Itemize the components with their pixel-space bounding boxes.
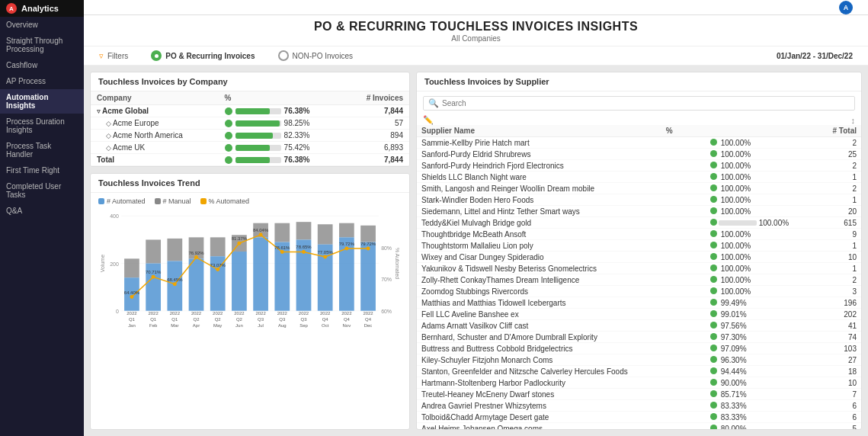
- supplier-scroll[interactable]: Sammie-Kellby Pirie Hatch mart 100.00% 2…: [417, 137, 861, 429]
- svg-rect-13: [189, 258, 204, 310]
- supplier-pct: 94.44%: [706, 366, 823, 377]
- svg-point-40: [237, 242, 241, 245]
- sidebar-item-first-time-right[interactable]: First Time Right: [0, 162, 84, 178]
- svg-point-48: [323, 255, 327, 259]
- svg-text:400: 400: [110, 213, 119, 219]
- supplier-name: Tolboid&Chadd Armytage Desert gate: [417, 412, 706, 423]
- company-pct: 98.25%: [219, 117, 346, 130]
- svg-text:79.72%: 79.72%: [360, 242, 376, 246]
- company-name: ▿Acme Global: [91, 105, 219, 117]
- table-row: ◇Acme North America 82.33% 894: [91, 130, 409, 142]
- table-row: ▿Acme Global 76.38% 7,844: [91, 105, 409, 117]
- supplier-pct: 100.00%: [706, 240, 823, 252]
- list-item: Adams Arnatt Vasilkov Cliff cast 97.56% …: [417, 320, 861, 332]
- po-recurring-filter[interactable]: PO & Recurring Invoices: [151, 50, 255, 61]
- supplier-total: 2: [823, 137, 861, 149]
- company-invoices: 6,893: [345, 142, 409, 154]
- svg-text:Q3: Q3: [279, 317, 286, 322]
- supplier-pct: 96.30%: [706, 354, 823, 366]
- list-item: Shields LLC Blanch Night ware 100.00% 1: [417, 172, 861, 183]
- supplier-total: 27: [823, 354, 861, 366]
- supplier-name: Kiley-Schuyler Fitzjohn Monarch Coms: [417, 354, 706, 366]
- supplier-name: Matthias and Matthias Tidowell Icebergar…: [417, 297, 706, 309]
- sidebar-item-overview[interactable]: Overview: [0, 17, 84, 33]
- supplier-total: 10: [823, 252, 861, 263]
- sidebar-item-q&a[interactable]: Q&A: [0, 203, 84, 219]
- list-item: Teddy&Kiel Mulvagh Bridge gold 100.00% 6…: [417, 217, 861, 229]
- table-row: ◇Acme UK 75.42% 6,893: [91, 142, 409, 154]
- list-item: Matthias and Matthias Tidowell Icebergar…: [417, 297, 861, 309]
- trend-chart-svg: 020040064.40%70.71%68.45%76.92%73.07%81.…: [98, 208, 402, 338]
- svg-text:May: May: [213, 323, 222, 328]
- svg-text:Q1: Q1: [171, 317, 178, 322]
- sidebar-item-process-duration-insights[interactable]: Process Duration Insights: [0, 114, 84, 138]
- sidebar-item-automation-insights[interactable]: Automation Insights: [0, 89, 84, 114]
- supplier-title: Touchless Invoices by Supplier: [417, 72, 861, 91]
- company-pct: 76.38%: [219, 105, 346, 117]
- company-name: Total: [91, 154, 219, 166]
- avatar[interactable]: A: [839, 1, 853, 14]
- svg-rect-17: [232, 252, 247, 311]
- list-item: Buttress and Buttress Cobbold Bridgelect…: [417, 343, 861, 354]
- supplier-pct: 100.00%: [706, 274, 823, 286]
- supplier-total: 74: [823, 332, 861, 343]
- sidebar-item-cashflow[interactable]: Cashflow: [0, 57, 84, 73]
- filters-button[interactable]: ▿ Filters: [99, 51, 128, 61]
- filters-label: Filters: [107, 52, 128, 60]
- non-po-filter[interactable]: NON-PO Invoices: [278, 50, 353, 61]
- supplier-pct: 99.01%: [706, 309, 823, 320]
- sidebar-item-straight-through-processing[interactable]: Straight Through Processing: [0, 33, 84, 57]
- trend-legend: # Automated# Manual% Automated: [98, 197, 402, 205]
- sidebar-item-completed-user-tasks[interactable]: Completed User Tasks: [0, 178, 84, 203]
- svg-text:2022: 2022: [170, 311, 181, 316]
- svg-text:Q2: Q2: [194, 317, 200, 322]
- list-item: Sanford-Purdy Eldrid Shrubrews 100.00% 2…: [417, 149, 861, 160]
- topbar-right: A: [839, 1, 853, 14]
- supplier-name: Sammie-Kellby Pirie Hatch mart: [417, 137, 706, 149]
- date-range: 01/Jan/22 - 31/Dec/22: [777, 52, 853, 60]
- po-label: PO & Recurring Invoices: [165, 52, 255, 60]
- svg-text:200: 200: [110, 261, 119, 267]
- svg-text:2022: 2022: [341, 311, 352, 316]
- svg-text:Nov: Nov: [343, 323, 351, 328]
- svg-rect-22: [296, 222, 312, 239]
- page-title: PO & RECURRING TOUCHLESS INVOICES INSIGH…: [84, 20, 868, 34]
- supplier-pct: 83.33%: [706, 412, 823, 423]
- list-item: Bernhard, Schuster and D'Amore Dumbrall …: [417, 332, 861, 343]
- supplier-total: 2: [823, 160, 861, 172]
- svg-text:2022: 2022: [148, 311, 159, 316]
- non-po-radio: [278, 50, 289, 61]
- supplier-pct: 100.00%: [706, 217, 823, 229]
- svg-text:Q4: Q4: [322, 317, 329, 322]
- svg-text:Apr: Apr: [193, 323, 200, 328]
- svg-text:2022: 2022: [191, 311, 202, 316]
- supplier-total: 103: [823, 343, 861, 354]
- svg-text:70.71%: 70.71%: [146, 270, 162, 274]
- touchless-company-title: Touchless Invoices by Company: [91, 72, 409, 91]
- list-item: Siedemann, Littel and Hintz Tether Smart…: [417, 206, 861, 217]
- supplier-pct: 100.00%: [706, 263, 823, 274]
- supplier-pct: 97.30%: [706, 332, 823, 343]
- app-title: Analytics: [21, 4, 59, 13]
- trend-panel: Touchless Invoices Trend # Automated# Ma…: [90, 173, 410, 430]
- supplier-pct: 97.09%: [706, 343, 823, 354]
- svg-text:Q4: Q4: [365, 317, 372, 322]
- supplier-name: Thoughtstorm Mallalieu Lion poly: [417, 240, 706, 252]
- supplier-total: 196: [823, 297, 861, 309]
- list-item: Stark-Windler Boden Hero Foods 100.00% 1: [417, 194, 861, 206]
- supplier-search-bar[interactable]: 🔍: [423, 96, 855, 111]
- sort-icon[interactable]: ↕: [851, 116, 856, 125]
- list-item: Smith, Langosh and Reinger Woollin Dream…: [417, 183, 861, 194]
- svg-point-36: [194, 255, 198, 259]
- supplier-search-input[interactable]: [442, 99, 850, 107]
- list-item: Stanton, Greenfelder and Nitzsche Calver…: [417, 366, 861, 377]
- supplier-name: Sanford-Purdy Eldrid Shrubrews: [417, 149, 706, 160]
- supplier-name: Sanford-Purdy Heindrich Fjord Electronic…: [417, 160, 706, 172]
- svg-text:% Automated: % Automated: [395, 248, 400, 279]
- list-item: Tolboid&Chadd Armytage Desert gate 83.33…: [417, 412, 861, 423]
- sidebar-item-ap-process[interactable]: AP Process: [0, 73, 84, 89]
- svg-text:2022: 2022: [299, 311, 309, 316]
- sidebar-item-process-task-handler[interactable]: Process Task Handler: [0, 138, 84, 162]
- edit-icon[interactable]: ✏️: [423, 115, 434, 125]
- supplier-total: 6: [823, 412, 861, 423]
